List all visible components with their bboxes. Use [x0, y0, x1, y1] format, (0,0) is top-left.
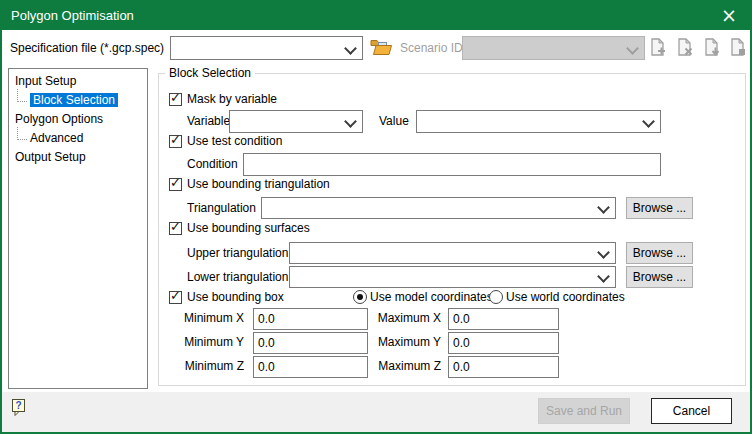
scenario-update-button[interactable]	[703, 38, 721, 58]
tree-item-input-setup[interactable]: Input Setup	[9, 72, 76, 89]
navigation-tree: Input Setup Block Selection Polygon Opti…	[8, 68, 148, 389]
world-coordinates-label[interactable]: Use world coordinates	[506, 290, 625, 305]
scenario-add-icon	[650, 44, 666, 59]
minimum-x-input[interactable]	[253, 308, 368, 330]
check-icon: ✓	[170, 132, 181, 147]
triangulation-combobox[interactable]	[261, 197, 616, 219]
window-title: Polygon Optimisation	[11, 8, 134, 23]
browse-button-label: Browse ...	[633, 246, 686, 260]
scenario-save-button[interactable]	[729, 38, 747, 58]
minimum-z-label: Minimum Z	[169, 359, 244, 374]
browse-button-label: Browse ...	[633, 201, 686, 215]
spec-file-label: Specification file (*.gcp.spec)	[10, 41, 164, 56]
help-bubble-icon: ?	[11, 405, 27, 420]
scenario-id-combobox[interactable]	[462, 36, 645, 60]
mask-by-variable-checkbox[interactable]: ✓	[169, 93, 182, 106]
open-spec-file-button[interactable]	[369, 37, 393, 59]
question-mark-glyph: ?	[15, 400, 21, 411]
upper-triangulation-browse-button[interactable]: Browse ...	[626, 242, 693, 264]
scenario-update-icon	[704, 44, 720, 59]
save-and-run-label: Save and Run	[546, 404, 622, 418]
chevron-down-icon	[344, 42, 357, 55]
tree-item-polygon-options[interactable]: Polygon Options	[9, 110, 103, 127]
polygon-optimisation-dialog: Polygon Optimisation × Specification fil…	[0, 0, 752, 434]
titlebar[interactable]: Polygon Optimisation ×	[0, 0, 752, 30]
check-icon: ✓	[170, 175, 181, 190]
triangulation-browse-button[interactable]: Browse ...	[626, 197, 693, 219]
help-button[interactable]: ?	[10, 398, 27, 418]
use-bounding-surfaces-checkbox[interactable]: ✓	[169, 222, 182, 235]
minimum-y-input[interactable]	[253, 332, 368, 354]
maximum-y-label: Maximum Y	[359, 335, 441, 350]
model-coordinates-label[interactable]: Use model coordinates	[370, 290, 493, 305]
chevron-down-icon	[626, 42, 639, 55]
value-label: Value	[379, 114, 409, 129]
chevron-down-icon	[597, 270, 610, 283]
condition-label: Condition	[187, 157, 238, 172]
chevron-down-icon	[344, 115, 357, 128]
tree-item-label: Input Setup	[15, 74, 76, 88]
check-icon: ✓	[170, 90, 181, 105]
lower-triangulation-combobox[interactable]	[289, 266, 616, 288]
scenario-save-icon	[730, 44, 746, 59]
tree-branch-icon	[17, 89, 27, 102]
chevron-down-icon	[597, 246, 610, 259]
mask-by-variable-label[interactable]: Mask by variable	[187, 92, 277, 107]
open-folder-icon	[370, 44, 392, 59]
variable-combobox[interactable]	[229, 110, 363, 133]
block-selection-group: Block Selection ✓ Mask by variable Varia…	[158, 73, 746, 386]
variable-label: Variable	[187, 114, 230, 129]
browse-button-label: Browse ...	[633, 270, 686, 284]
triangulation-label: Triangulation	[187, 201, 256, 216]
check-icon: ✓	[170, 219, 181, 234]
use-bounding-triangulation-label[interactable]: Use bounding triangulation	[187, 177, 330, 192]
cancel-button[interactable]: Cancel	[651, 398, 732, 424]
tree-item-label-selected: Block Selection	[30, 93, 118, 107]
spec-file-combobox[interactable]	[170, 36, 363, 60]
condition-input[interactable]	[243, 153, 661, 176]
model-coordinates-radio[interactable]	[353, 290, 367, 304]
world-coordinates-radio[interactable]	[489, 290, 503, 304]
scenario-id-label: Scenario ID	[400, 41, 463, 56]
scenario-delete-icon	[677, 44, 693, 59]
scenario-delete-button[interactable]	[676, 38, 694, 58]
use-bounding-box-label[interactable]: Use bounding box	[187, 290, 284, 305]
tree-item-label: Advanced	[30, 131, 83, 145]
save-and-run-button[interactable]: Save and Run	[538, 398, 630, 424]
tree-item-label: Polygon Options	[15, 112, 103, 126]
close-icon: ×	[721, 0, 737, 30]
upper-triangulation-label: Upper triangulation	[187, 246, 288, 261]
maximum-z-input[interactable]	[448, 356, 559, 378]
tree-item-block-selection[interactable]: Block Selection	[9, 91, 118, 108]
maximum-x-input[interactable]	[448, 308, 559, 330]
maximum-z-label: Maximum Z	[359, 359, 441, 374]
maximum-y-input[interactable]	[448, 332, 559, 354]
minimum-y-label: Minimum Y	[169, 335, 244, 350]
upper-triangulation-combobox[interactable]	[289, 242, 616, 264]
maximum-x-label: Maximum X	[359, 311, 441, 326]
use-bounding-triangulation-checkbox[interactable]: ✓	[169, 178, 182, 191]
value-combobox[interactable]	[416, 110, 661, 133]
lower-triangulation-browse-button[interactable]: Browse ...	[626, 266, 693, 288]
group-title: Block Selection	[165, 66, 255, 80]
tree-item-advanced[interactable]: Advanced	[9, 129, 83, 146]
use-bounding-surfaces-label[interactable]: Use bounding surfaces	[187, 221, 310, 236]
check-icon: ✓	[170, 288, 181, 303]
scenario-add-button[interactable]	[649, 38, 667, 58]
use-test-condition-checkbox[interactable]: ✓	[169, 135, 182, 148]
use-bounding-box-checkbox[interactable]: ✓	[169, 291, 182, 304]
chevron-down-icon	[597, 201, 610, 214]
chevron-down-icon	[642, 115, 655, 128]
use-test-condition-label[interactable]: Use test condition	[187, 134, 282, 149]
cancel-label: Cancel	[673, 404, 710, 418]
tree-item-output-setup[interactable]: Output Setup	[9, 148, 86, 165]
close-button[interactable]: ×	[706, 0, 752, 30]
lower-triangulation-label: Lower triangulation	[187, 270, 288, 285]
minimum-z-input[interactable]	[253, 356, 368, 378]
tree-branch-icon	[17, 127, 27, 140]
minimum-x-label: Minimum X	[169, 311, 244, 326]
tree-item-label: Output Setup	[15, 150, 86, 164]
footer-bar: ? Save and Run Cancel	[0, 392, 752, 434]
